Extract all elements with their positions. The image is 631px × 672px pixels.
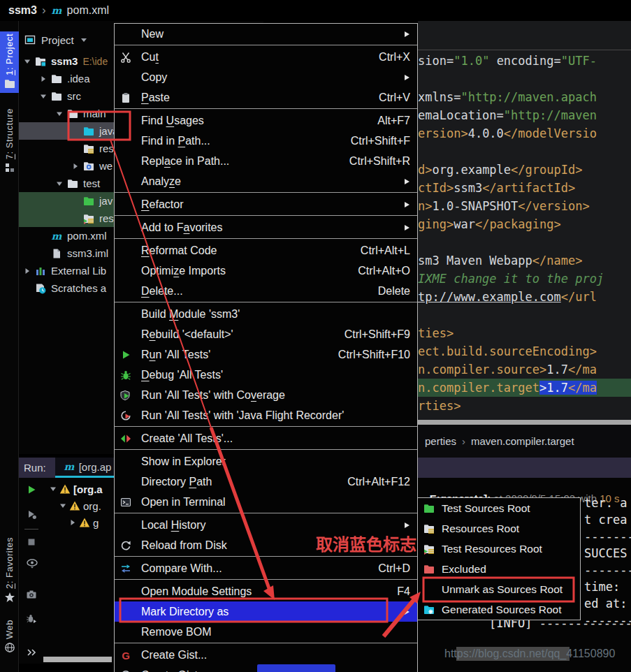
tool-tab-structure[interactable]: 7: Structure bbox=[0, 98, 19, 177]
menu-item-refactor[interactable]: Refactor bbox=[115, 194, 417, 214]
menu-item-label: Create Gist... bbox=[141, 669, 207, 672]
menu-item-debug-all-tests[interactable]: Debug 'All Tests' bbox=[115, 365, 417, 385]
tool-tab-web[interactable]: Web bbox=[0, 619, 19, 657]
debug-icon bbox=[120, 370, 136, 381]
breadcrumb-item[interactable]: maven.compiler.target bbox=[471, 435, 574, 447]
expand-right-icon[interactable] bbox=[68, 162, 83, 170]
expand-down-icon[interactable] bbox=[20, 57, 35, 66]
code-token: ging> bbox=[418, 217, 454, 231]
menu-item-label: Remove BOM bbox=[141, 626, 211, 638]
breadcrumb-project[interactable]: ssm3 bbox=[8, 4, 37, 17]
menu-item-find-in-path[interactable]: Find in Path...Ctrl+Shift+F bbox=[115, 131, 417, 151]
menu-item-icon-slot bbox=[120, 586, 136, 597]
code-line: n.compiler.source>1.7</ma bbox=[418, 360, 631, 379]
editor-pane[interactable]: sion="1.0" encoding="UTF-xmlns="http://m… bbox=[418, 21, 631, 420]
menu-item-analyze[interactable]: Analyze bbox=[115, 171, 417, 191]
code-line bbox=[418, 70, 631, 88]
code-line: ties> bbox=[418, 324, 631, 342]
code-line: IXME change it to the proj bbox=[418, 270, 631, 288]
menu-item-remove-bom[interactable]: Remove BOM bbox=[115, 622, 417, 642]
menu-item-excluded[interactable]: Excluded bbox=[418, 559, 580, 579]
menu-item-new[interactable]: New bbox=[115, 24, 417, 44]
svg-text:m: m bbox=[52, 231, 62, 242]
tool-window-stripe: 1: Project 7: Structure 2: Favorites Web bbox=[0, 21, 19, 672]
code-token: </url bbox=[561, 290, 597, 304]
expand-right-icon[interactable] bbox=[66, 518, 79, 527]
menu-item-compare-with[interactable]: Compare With...Ctrl+D bbox=[115, 558, 417, 578]
code-token: "http://maven.apach bbox=[460, 90, 596, 104]
code-line: d>org.example</groupId> bbox=[418, 161, 631, 179]
expand-down-icon[interactable] bbox=[36, 92, 51, 101]
menu-item-shortcut: Ctrl+D bbox=[361, 562, 410, 575]
menu-item-create-all-tests[interactable]: Create 'All Tests'... bbox=[115, 428, 417, 448]
menu-item-create-gist[interactable]: GCreate Gist... bbox=[115, 645, 417, 665]
run-tab[interactable]: m [org.ap bbox=[55, 458, 120, 478]
menu-item-test-resources-root[interactable]: Test Resources Root bbox=[418, 539, 580, 559]
menu-item-optimize-imports[interactable]: Optimize ImportsCtrl+Alt+O bbox=[115, 261, 417, 281]
menu-item-reload-from-disk[interactable]: Reload from Disk bbox=[115, 535, 417, 555]
eye-icon[interactable] bbox=[26, 557, 38, 570]
expand-down-icon[interactable] bbox=[57, 502, 69, 510]
breadcrumb-file[interactable]: pom.xml bbox=[67, 4, 109, 17]
expand-down-icon[interactable] bbox=[52, 110, 67, 118]
menu-item-show-in-explorer[interactable]: Show in Explorer bbox=[115, 451, 417, 472]
menu-item-test-sources-root[interactable]: Test Sources Root bbox=[418, 498, 580, 518]
tool-tab-structure-label: 7: Structure bbox=[4, 108, 15, 159]
bug-settings-icon[interactable] bbox=[26, 613, 38, 626]
expand-down-icon[interactable] bbox=[52, 180, 67, 188]
menu-item-paste[interactable]: PasteCtrl+V bbox=[115, 87, 417, 108]
structure-icon bbox=[4, 162, 15, 173]
menu-item-cut[interactable]: CutCtrl+X bbox=[115, 47, 417, 67]
menu-item-delete[interactable]: Delete...Delete bbox=[115, 281, 417, 301]
submenu-arrow-icon bbox=[403, 200, 410, 209]
camera-icon[interactable] bbox=[26, 589, 38, 601]
code-token: 4.0.0 bbox=[468, 126, 504, 140]
console-text: ed at: bbox=[584, 597, 627, 611]
menu-item-reformat-code[interactable]: Reformat CodeCtrl+Alt+L bbox=[115, 240, 417, 261]
maven-icon: m bbox=[51, 231, 65, 242]
menu-item-label: Analyze bbox=[141, 175, 181, 188]
submenu-arrow-icon bbox=[403, 224, 410, 232]
editor-splitter[interactable] bbox=[418, 420, 631, 425]
tool-tab-project[interactable]: 1: Project bbox=[0, 31, 19, 93]
menu-item-generated-sources-root[interactable]: Generated Sources Root bbox=[418, 599, 580, 620]
menu-item-replace-in-path[interactable]: Replace in Path...Ctrl+Shift+R bbox=[115, 151, 417, 171]
run-icon[interactable] bbox=[26, 484, 38, 497]
menu-item-local-history[interactable]: Local History bbox=[115, 515, 417, 535]
chevrons-icon[interactable] bbox=[26, 647, 38, 659]
warning-icon bbox=[59, 483, 73, 495]
menu-item-rebuild-default[interactable]: Rebuild '<default>'Ctrl+Shift+F9 bbox=[115, 324, 417, 344]
menu-item-mark-directory-as[interactable]: Mark Directory as bbox=[115, 601, 417, 622]
menu-item-run-all-tests[interactable]: Run 'All Tests'Ctrl+Shift+F10 bbox=[115, 344, 417, 365]
rerun-failed-icon[interactable] bbox=[26, 509, 38, 521]
menu-item-icon-slot bbox=[120, 476, 136, 488]
expand-right-icon[interactable] bbox=[20, 267, 35, 275]
expand-right-icon[interactable] bbox=[36, 75, 51, 83]
menu-item-shortcut: Ctrl+Shift+R bbox=[333, 155, 410, 168]
menu-item-build-module-ssm3[interactable]: Build Module 'ssm3' bbox=[115, 304, 417, 324]
tree-item-label: test bbox=[83, 177, 100, 189]
menu-item-open-in-terminal[interactable]: Open in Terminal bbox=[115, 492, 417, 512]
menu-item-run-all-tests-with-coverage[interactable]: Run 'All Tests' with Coverage bbox=[115, 385, 417, 405]
menu-item-copy[interactable]: Copy bbox=[115, 67, 417, 87]
horizontal-scrollbar[interactable] bbox=[43, 657, 112, 662]
menu-item-run-all-tests-with-java-flight-recorder[interactable]: Run 'All Tests' with 'Java Flight Record… bbox=[115, 405, 417, 425]
menu-item-add-to-favorites[interactable]: Add to Favorites bbox=[115, 217, 417, 238]
status-progress-badge bbox=[257, 664, 335, 672]
menu-item-find-usages[interactable]: Find UsagesAlt+F7 bbox=[115, 110, 417, 131]
menu-item-open-module-settings[interactable]: Open Module SettingsF4 bbox=[115, 581, 417, 601]
compare-icon bbox=[120, 563, 136, 574]
svg-text:G: G bbox=[122, 650, 130, 661]
tool-tab-favorites[interactable]: 2: Favorites bbox=[0, 531, 19, 606]
menu-item-unmark-as-sources-root[interactable]: Unmark as Sources Root bbox=[418, 579, 580, 599]
menu-item-resources-root[interactable]: Resources Root bbox=[418, 518, 580, 539]
stop-icon[interactable] bbox=[26, 536, 38, 549]
code-token: </packaging> bbox=[475, 217, 561, 231]
expand-down-icon[interactable] bbox=[47, 485, 59, 493]
menu-item-label: Find in Path... bbox=[141, 135, 210, 147]
menu-item-icon-slot bbox=[120, 199, 136, 210]
menu-item-directory-path[interactable]: Directory PathCtrl+Alt+F12 bbox=[115, 472, 417, 492]
breadcrumb-item[interactable]: perties bbox=[425, 435, 456, 447]
submenu-arrow-icon bbox=[403, 521, 410, 529]
code-token: </modelVersio bbox=[504, 126, 597, 140]
